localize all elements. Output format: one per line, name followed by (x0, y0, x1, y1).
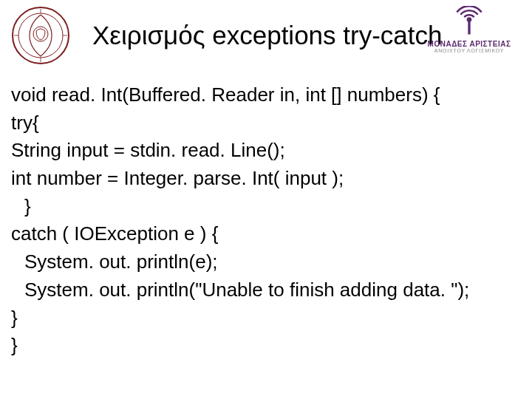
code-line: try{ (11, 109, 521, 137)
brand-line2: ΑΝΟΙΧΤΟΥ ΛΟΓΙΣΜΙΚΟΥ (417, 48, 521, 53)
code-line: System. out. println(e); (11, 248, 521, 276)
code-line: } (11, 193, 521, 221)
code-line: int number = Integer. parse. Int( input … (11, 165, 521, 193)
brand-line1: ΜΟΝΑΔΕΣ ΑΡΙΣΤΕΙΑΣ (417, 40, 521, 48)
svg-rect-8 (468, 21, 470, 34)
code-line: void read. Int(Buffered. Reader in, int … (11, 81, 521, 109)
code-line: catch ( IOException e ) { (11, 220, 521, 248)
code-block: void read. Int(Buffered. Reader in, int … (0, 74, 532, 360)
university-seal-logo (11, 6, 70, 65)
code-line: String input = stdin. read. Line(); (11, 137, 521, 165)
svg-point-1 (18, 13, 63, 58)
antenna-icon (451, 6, 488, 37)
brand-logo-right: ΜΟΝΑΔΕΣ ΑΡΙΣΤΕΙΑΣ ΑΝΟΙΧΤΟΥ ΛΟΓΙΣΜΙΚΟΥ (417, 6, 521, 53)
code-line: System. out. println("Unable to finish a… (11, 276, 521, 304)
slide-header: Χειρισμός exceptions try-catch ΜΟΝΑΔΕΣ Α… (0, 0, 532, 74)
code-line: } (11, 332, 521, 360)
slide-title: Χειρισμός exceptions try-catch (92, 21, 442, 50)
code-line: } (11, 304, 521, 332)
svg-point-0 (13, 7, 69, 64)
